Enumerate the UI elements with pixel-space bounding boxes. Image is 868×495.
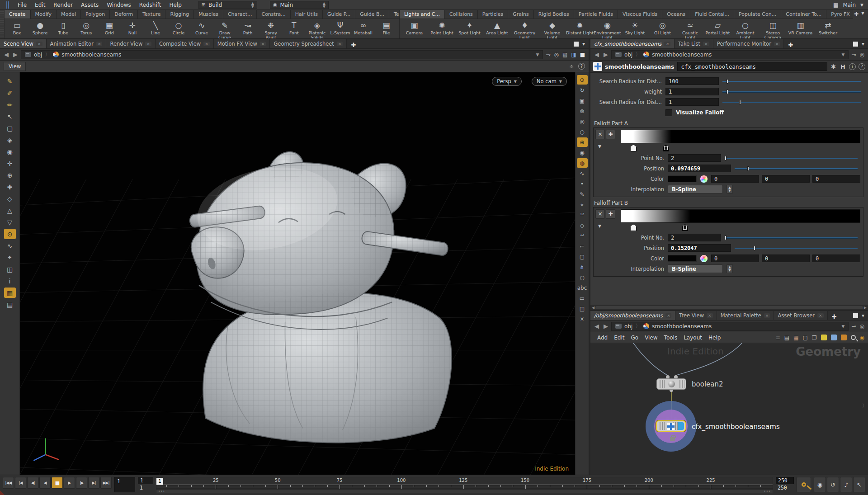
playback-range-bar[interactable]: ••• ••• xyxy=(156,489,773,493)
back-arrow-icon[interactable]: ◀ xyxy=(3,51,10,58)
param-slider[interactable] xyxy=(722,77,863,85)
shelf-tab-particles[interactable]: Particles xyxy=(478,10,508,19)
position-field[interactable]: 0.152047 xyxy=(668,244,731,252)
slider-handle[interactable] xyxy=(754,246,755,250)
node-cfx-smoothbooleanseams[interactable] xyxy=(656,420,686,432)
tab-performance-monitor[interactable]: Performance Monitor× xyxy=(713,39,784,48)
shelf-tab-muscles[interactable]: Muscles xyxy=(194,10,223,19)
abc-label-icon[interactable]: abc xyxy=(577,283,588,292)
forward-arrow-icon[interactable]: ▶ xyxy=(12,51,19,58)
shelf-tool-spray-paint[interactable]: ❉Spray Paint xyxy=(259,20,283,38)
color-component-field[interactable]: 0 xyxy=(762,175,810,183)
camera-light-icon[interactable]: ◎ xyxy=(577,117,588,126)
snapshot-cube-icon[interactable]: ▧ xyxy=(561,52,568,58)
shelf-tool-metaball[interactable]: ∞Metaball xyxy=(352,20,375,35)
corner-axis-icon[interactable]: ⌐ xyxy=(577,241,588,251)
spinner-icon[interactable]: ▲▼ xyxy=(251,2,254,8)
shelf-tab-guide-b-[interactable]: Guide B... xyxy=(355,10,389,19)
point-number-icon[interactable]: ¹² xyxy=(577,210,588,220)
shelf-tool-l-system[interactable]: ΨL-System xyxy=(329,20,352,35)
sculpt-tool-icon[interactable]: ✏ xyxy=(4,99,16,110)
slide-tool-icon[interactable]: ▽ xyxy=(4,217,16,227)
menu-windows[interactable]: Windows xyxy=(103,1,135,9)
collapse-arrow-icon[interactable]: ▼ xyxy=(595,144,618,152)
add-shelf-tab-button[interactable]: ✚ xyxy=(854,11,859,17)
menubar-grip[interactable] xyxy=(6,1,9,9)
shelf-tool-switcher[interactable]: ⇄Switcher xyxy=(814,20,842,35)
pane-maximize-icon[interactable] xyxy=(853,42,858,47)
right-selector-label[interactable]: Main xyxy=(843,2,856,8)
color-component-field[interactable]: 0 xyxy=(711,255,759,262)
menu-file[interactable]: File xyxy=(14,1,31,9)
position-field[interactable]: 0.0974659 xyxy=(668,165,731,172)
background-image-icon[interactable]: ▭ xyxy=(577,293,588,303)
shelf-tool-distant-light[interactable]: ✹Distant Light xyxy=(566,20,594,35)
viewport-canvas[interactable]: Persp▼ No cam▼ Indie Edition xyxy=(20,72,575,475)
pin-icon[interactable]: ⊸ xyxy=(850,52,857,58)
spinner-icon[interactable]: ▲▼ xyxy=(323,2,326,8)
realtime-toggle-button[interactable]: ↺ xyxy=(827,477,839,492)
rotate-tool-icon[interactable]: ⊕ xyxy=(4,170,16,180)
shelf-tool-torus[interactable]: ◎Torus xyxy=(75,20,98,35)
params-horizontal-scrollbar[interactable]: ◀ ▶ xyxy=(590,305,868,311)
point-no-slider[interactable] xyxy=(725,154,860,162)
shelf-tool-gi-light[interactable]: ◎GI Light xyxy=(649,20,676,35)
breadcrumb-root[interactable]: obj xyxy=(34,52,42,58)
shelf-tool-portal-light[interactable]: ▱Portal Light xyxy=(704,20,731,35)
current-frame-field[interactable]: 1 xyxy=(114,477,135,492)
close-tab-icon[interactable]: × xyxy=(817,313,824,318)
shelf-tool-area-light[interactable]: ▲Area Light xyxy=(483,20,511,35)
point-snap-icon[interactable]: ▤ xyxy=(4,299,16,310)
node-name[interactable]: smoothbooleanseams xyxy=(605,63,675,70)
headlight-icon[interactable]: ○ xyxy=(577,127,588,137)
slider-handle[interactable] xyxy=(725,156,726,160)
close-tab-icon[interactable]: × xyxy=(145,42,151,46)
shelf-tab-deform[interactable]: Deform xyxy=(110,10,138,19)
play-forward-button[interactable]: ▶ xyxy=(64,477,75,489)
add-point-button[interactable]: ✚ xyxy=(606,209,615,219)
prev-key-button[interactable]: |◀ xyxy=(15,477,26,489)
forward-arrow-icon[interactable]: ▶ xyxy=(602,323,609,330)
background-image-icon[interactable] xyxy=(831,335,837,340)
close-tab-icon[interactable]: × xyxy=(260,42,266,46)
shelf-tab-create[interactable]: Create xyxy=(5,10,31,19)
tab-take-list[interactable]: Take List× xyxy=(675,39,713,48)
back-arrow-icon[interactable]: ◀ xyxy=(593,323,600,330)
lock-camera-icon[interactable]: ▣ xyxy=(577,96,588,105)
overview-eye-icon[interactable]: ◉ xyxy=(860,335,864,341)
view-tool-label[interactable]: View xyxy=(4,62,26,71)
shelf-tab-collisions[interactable]: Collisions xyxy=(445,10,478,19)
point-no-slider[interactable] xyxy=(725,234,860,241)
scroll-left-icon[interactable]: ◀ xyxy=(592,306,594,310)
slider-handle[interactable] xyxy=(747,166,749,171)
color-component-field[interactable]: 0 xyxy=(711,175,759,183)
ramp-gradient-bar[interactable] xyxy=(621,130,860,143)
play-reverse-button[interactable]: ◀ xyxy=(39,477,51,489)
desktop-selector[interactable]: ⊞ Build ▲▼ xyxy=(198,1,257,9)
shelf-tool-stereo-camera[interactable]: ◫Stereo Camera xyxy=(759,20,787,38)
shelf-tab-viscous-fluids[interactable]: Viscous Fluids xyxy=(618,10,662,19)
collapse-arrow-icon[interactable]: ▼ xyxy=(595,224,618,232)
display-flag[interactable] xyxy=(678,422,684,430)
point-display-icon[interactable]: • xyxy=(577,179,588,189)
dropdown-spinner[interactable]: ▲▼ xyxy=(726,264,733,273)
frame-ruler[interactable]: 1 255075100125150175200225 xyxy=(156,477,773,489)
shelf-tab-modify[interactable]: Modify xyxy=(31,10,57,19)
add-point-button[interactable]: ✚ xyxy=(606,130,615,139)
visualize-falloff-checkbox[interactable] xyxy=(665,109,672,116)
shelf-tool-volume-light[interactable]: ◆Volume Light xyxy=(538,20,566,38)
gear-icon[interactable]: ✱ xyxy=(830,63,837,70)
shelf-tab-charact-[interactable]: Charact... xyxy=(223,10,257,19)
shelf-tab-texture[interactable]: Texture xyxy=(138,10,165,19)
tab-geometry-spreadsheet[interactable]: Geometry Spreadsheet× xyxy=(270,39,347,48)
menu-assets[interactable]: Assets xyxy=(77,1,103,9)
close-tab-icon[interactable]: × xyxy=(764,313,770,318)
new-tab-button[interactable]: ✚ xyxy=(784,42,797,48)
shelf-tab-fluid-contai-[interactable]: Fluid Contai... xyxy=(690,10,734,19)
help-icon[interactable]: ? xyxy=(578,63,585,70)
shelf-tool-sky-light[interactable]: ☀Sky Light xyxy=(621,20,649,35)
audio-button[interactable]: ♪ xyxy=(840,477,852,492)
tab-motion-fx-view[interactable]: Motion FX View× xyxy=(214,39,270,48)
close-tab-icon[interactable]: × xyxy=(337,42,343,46)
ramp-marker-track[interactable] xyxy=(621,224,860,232)
